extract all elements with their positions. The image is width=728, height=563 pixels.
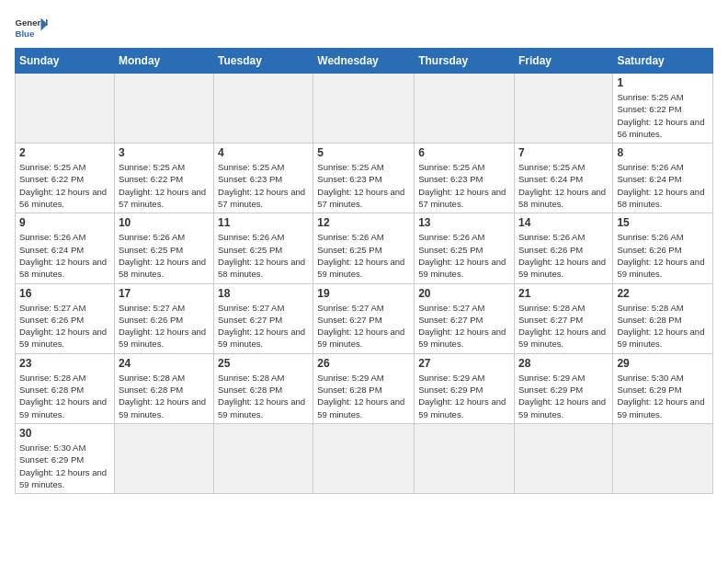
calendar-week-2: 2Sunrise: 5:25 AMSunset: 6:22 PMDaylight… <box>16 144 713 213</box>
day-info: Sunrise: 5:27 AMSunset: 6:26 PMDaylight:… <box>19 302 110 350</box>
day-number: 14 <box>518 216 609 229</box>
calendar-week-3: 9Sunrise: 5:26 AMSunset: 6:24 PMDaylight… <box>16 213 713 283</box>
calendar-cell: 2Sunrise: 5:25 AMSunset: 6:22 PMDaylight… <box>16 144 115 213</box>
day-number: 26 <box>317 357 410 370</box>
calendar-cell: 16Sunrise: 5:27 AMSunset: 6:26 PMDayligh… <box>16 283 115 353</box>
day-number: 20 <box>418 287 510 300</box>
day-info: Sunrise: 5:28 AMSunset: 6:28 PMDaylight:… <box>617 302 709 350</box>
calendar-cell: 14Sunrise: 5:26 AMSunset: 6:26 PMDayligh… <box>514 213 612 283</box>
day-number: 25 <box>218 357 309 370</box>
day-info: Sunrise: 5:29 AMSunset: 6:29 PMDaylight:… <box>518 372 609 420</box>
weekday-header-tuesday: Tuesday <box>214 49 313 74</box>
day-info: Sunrise: 5:26 AMSunset: 6:25 PMDaylight:… <box>218 231 309 280</box>
calendar-cell: 23Sunrise: 5:28 AMSunset: 6:28 PMDayligh… <box>16 353 115 423</box>
weekday-header-wednesday: Wednesday <box>313 49 415 74</box>
day-info: Sunrise: 5:28 AMSunset: 6:27 PMDaylight:… <box>518 302 609 350</box>
calendar-cell: 29Sunrise: 5:30 AMSunset: 6:29 PMDayligh… <box>613 353 713 423</box>
calendar-cell: 30Sunrise: 5:30 AMSunset: 6:29 PMDayligh… <box>16 423 115 493</box>
day-number: 9 <box>19 216 110 229</box>
day-info: Sunrise: 5:28 AMSunset: 6:28 PMDaylight:… <box>19 372 110 420</box>
calendar-cell: 25Sunrise: 5:28 AMSunset: 6:28 PMDayligh… <box>214 353 313 423</box>
weekday-header-monday: Monday <box>114 49 213 74</box>
day-info: Sunrise: 5:30 AMSunset: 6:29 PMDaylight:… <box>617 372 709 420</box>
day-info: Sunrise: 5:28 AMSunset: 6:28 PMDaylight:… <box>218 372 309 420</box>
day-number: 16 <box>19 287 110 300</box>
day-info: Sunrise: 5:29 AMSunset: 6:29 PMDaylight:… <box>418 372 510 420</box>
day-number: 7 <box>518 146 609 159</box>
calendar-cell <box>16 74 115 144</box>
day-info: Sunrise: 5:25 AMSunset: 6:23 PMDaylight:… <box>218 161 309 210</box>
day-number: 3 <box>119 146 210 159</box>
calendar-cell <box>514 423 612 493</box>
day-info: Sunrise: 5:26 AMSunset: 6:25 PMDaylight:… <box>418 231 510 280</box>
weekday-header-sunday: Sunday <box>16 49 115 74</box>
day-info: Sunrise: 5:26 AMSunset: 6:25 PMDaylight:… <box>317 231 410 280</box>
calendar-cell: 20Sunrise: 5:27 AMSunset: 6:27 PMDayligh… <box>415 283 515 353</box>
day-number: 27 <box>418 357 510 370</box>
day-number: 8 <box>617 146 709 159</box>
day-info: Sunrise: 5:25 AMSunset: 6:22 PMDaylight:… <box>119 161 210 210</box>
calendar-cell: 17Sunrise: 5:27 AMSunset: 6:26 PMDayligh… <box>114 283 213 353</box>
day-number: 10 <box>119 216 210 229</box>
day-info: Sunrise: 5:27 AMSunset: 6:27 PMDaylight:… <box>418 302 510 350</box>
day-number: 21 <box>518 287 609 300</box>
day-number: 29 <box>617 357 709 370</box>
day-number: 13 <box>418 216 510 229</box>
calendar-cell: 5Sunrise: 5:25 AMSunset: 6:23 PMDaylight… <box>313 144 415 213</box>
calendar-cell: 7Sunrise: 5:25 AMSunset: 6:24 PMDaylight… <box>514 144 612 213</box>
calendar-cell: 4Sunrise: 5:25 AMSunset: 6:23 PMDaylight… <box>214 144 313 213</box>
day-number: 1 <box>617 76 709 89</box>
calendar-cell: 22Sunrise: 5:28 AMSunset: 6:28 PMDayligh… <box>613 283 713 353</box>
day-info: Sunrise: 5:26 AMSunset: 6:24 PMDaylight:… <box>19 231 110 280</box>
day-number: 22 <box>617 287 709 300</box>
calendar-week-5: 23Sunrise: 5:28 AMSunset: 6:28 PMDayligh… <box>16 353 713 423</box>
day-info: Sunrise: 5:25 AMSunset: 6:22 PMDaylight:… <box>617 91 709 140</box>
day-number: 12 <box>317 216 410 229</box>
day-number: 19 <box>317 287 410 300</box>
calendar-cell: 1Sunrise: 5:25 AMSunset: 6:22 PMDaylight… <box>613 74 713 144</box>
weekday-header-saturday: Saturday <box>613 49 713 74</box>
day-info: Sunrise: 5:28 AMSunset: 6:28 PMDaylight:… <box>119 372 210 420</box>
day-number: 6 <box>418 146 510 159</box>
calendar-cell: 3Sunrise: 5:25 AMSunset: 6:22 PMDaylight… <box>114 144 213 213</box>
logo: General Blue <box>15 15 48 40</box>
day-info: Sunrise: 5:29 AMSunset: 6:28 PMDaylight:… <box>317 372 410 420</box>
day-info: Sunrise: 5:25 AMSunset: 6:23 PMDaylight:… <box>418 161 510 210</box>
day-info: Sunrise: 5:27 AMSunset: 6:27 PMDaylight:… <box>317 302 410 350</box>
calendar-cell <box>313 423 415 493</box>
day-info: Sunrise: 5:26 AMSunset: 6:26 PMDaylight:… <box>518 231 609 280</box>
day-info: Sunrise: 5:25 AMSunset: 6:23 PMDaylight:… <box>317 161 410 210</box>
weekday-header-thursday: Thursday <box>415 49 515 74</box>
day-number: 24 <box>119 357 210 370</box>
weekday-header-friday: Friday <box>514 49 612 74</box>
weekday-header-row: SundayMondayTuesdayWednesdayThursdayFrid… <box>16 49 713 74</box>
page-header: General Blue <box>15 15 713 40</box>
calendar-cell: 15Sunrise: 5:26 AMSunset: 6:26 PMDayligh… <box>613 213 713 283</box>
calendar-cell: 18Sunrise: 5:27 AMSunset: 6:27 PMDayligh… <box>214 283 313 353</box>
day-number: 18 <box>218 287 309 300</box>
day-number: 2 <box>19 146 110 159</box>
calendar-cell <box>514 74 612 144</box>
calendar-cell: 21Sunrise: 5:28 AMSunset: 6:27 PMDayligh… <box>514 283 612 353</box>
calendar-table: SundayMondayTuesdayWednesdayThursdayFrid… <box>15 48 713 494</box>
calendar-cell: 6Sunrise: 5:25 AMSunset: 6:23 PMDaylight… <box>415 144 515 213</box>
calendar-cell <box>114 423 213 493</box>
calendar-cell <box>415 423 515 493</box>
calendar-header: SundayMondayTuesdayWednesdayThursdayFrid… <box>16 49 713 74</box>
calendar-body: 1Sunrise: 5:25 AMSunset: 6:22 PMDaylight… <box>16 74 713 494</box>
calendar-week-6: 30Sunrise: 5:30 AMSunset: 6:29 PMDayligh… <box>16 423 713 493</box>
calendar-cell <box>114 74 213 144</box>
calendar-week-1: 1Sunrise: 5:25 AMSunset: 6:22 PMDaylight… <box>16 74 713 144</box>
day-info: Sunrise: 5:30 AMSunset: 6:29 PMDaylight:… <box>19 442 110 490</box>
calendar-cell: 11Sunrise: 5:26 AMSunset: 6:25 PMDayligh… <box>214 213 313 283</box>
day-info: Sunrise: 5:26 AMSunset: 6:25 PMDaylight:… <box>119 231 210 280</box>
day-info: Sunrise: 5:26 AMSunset: 6:24 PMDaylight:… <box>617 161 709 210</box>
day-number: 15 <box>617 216 709 229</box>
day-info: Sunrise: 5:26 AMSunset: 6:26 PMDaylight:… <box>617 231 709 280</box>
calendar-cell: 26Sunrise: 5:29 AMSunset: 6:28 PMDayligh… <box>313 353 415 423</box>
calendar-cell: 8Sunrise: 5:26 AMSunset: 6:24 PMDaylight… <box>613 144 713 213</box>
calendar-cell: 12Sunrise: 5:26 AMSunset: 6:25 PMDayligh… <box>313 213 415 283</box>
calendar-cell <box>214 74 313 144</box>
calendar-cell: 10Sunrise: 5:26 AMSunset: 6:25 PMDayligh… <box>114 213 213 283</box>
calendar-cell <box>214 423 313 493</box>
